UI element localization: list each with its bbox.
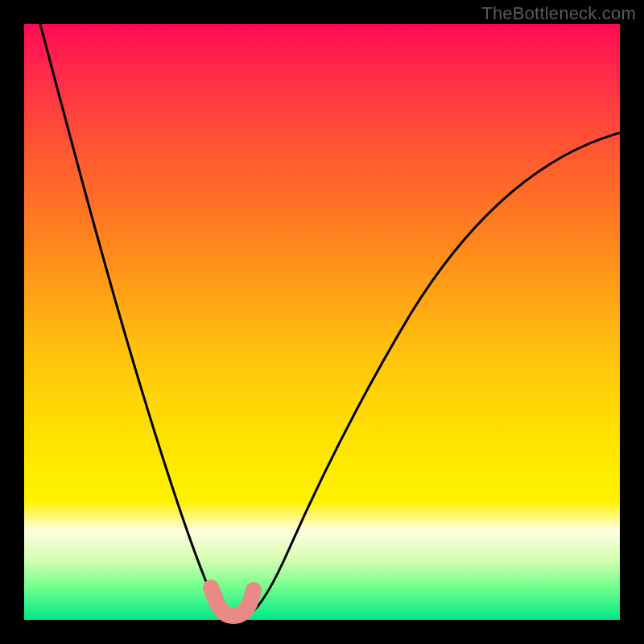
bottom-worm-marker (211, 588, 254, 616)
curve-left-branch (40, 24, 228, 614)
curve-right-branch (250, 133, 620, 614)
watermark-text: TheBottleneck.com (481, 3, 636, 24)
plot-area (24, 24, 620, 620)
curve-layer (24, 24, 620, 620)
chart-container: TheBottleneck.com (0, 0, 644, 644)
